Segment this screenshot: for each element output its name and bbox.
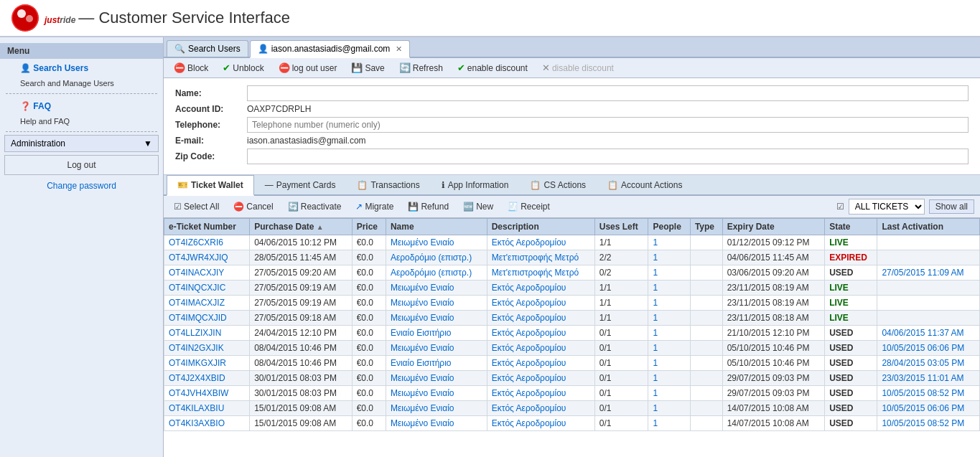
svg-point-2 (26, 15, 33, 22)
cell-description: Εκτός Αεροδρομίου (487, 386, 594, 401)
reactivate-button[interactable]: 🔄 Reactivate (284, 200, 346, 213)
cell-state: USED (825, 356, 877, 371)
cell-expiry-date: 29/07/2015 09:03 PM (722, 371, 825, 386)
cancel-button[interactable]: ⛔ Cancel (229, 200, 277, 213)
cell-price: €0.0 (352, 311, 386, 326)
cancel-icon: ⛔ (233, 202, 244, 212)
select-all-button[interactable]: ☑ Select All (169, 200, 223, 213)
second-toolbar: ☑ Select All ⛔ Cancel 🔄 Reactivate ↗ Mig… (164, 196, 980, 218)
sidebar-item-search-users[interactable]: 👤 Search Users (0, 59, 163, 77)
telephone-label: Telephone: (175, 120, 247, 130)
cell-name: Μειωμένο Ενιαίο (386, 341, 487, 356)
cell-ticket: OT4J2X4XBID (164, 371, 250, 386)
new-button[interactable]: 🆕 New (459, 200, 498, 213)
table-row[interactable]: OT4IMQCXJID 27/05/2015 09:18 AM €0.0 Μει… (164, 311, 980, 326)
cell-expiry-date: 23/11/2015 08:18 AM (722, 311, 825, 326)
cell-name: Μειωμένο Ενιαίο (386, 386, 487, 401)
cell-purchase-date: 28/05/2015 11:45 AM (250, 250, 353, 265)
table-row[interactable]: OT4KI3AXBIO 15/01/2015 09:08 AM €0.0 Μει… (164, 416, 980, 431)
cell-type (690, 235, 722, 250)
cell-price: €0.0 (352, 356, 386, 371)
cell-type (690, 386, 722, 401)
table-row[interactable]: OT4KILAXBIU 15/01/2015 09:08 AM €0.0 Μει… (164, 401, 980, 416)
cell-description: Μετ'επιστροφής Μετρό (487, 265, 594, 281)
sidebar: Menu 👤 Search Users Search and Manage Us… (0, 37, 164, 457)
cell-state: USED (825, 265, 877, 281)
tab-search-users-label: Search Users (188, 44, 241, 54)
save-icon: 💾 (351, 62, 363, 73)
ticket-filter-select[interactable]: ALL TICKETS LIVE USED EXPIRED CANCELLED (849, 199, 925, 215)
col-expiry-date: Expiry Date (722, 219, 825, 235)
save-button[interactable]: 💾 Save (347, 61, 388, 75)
sub-tab-payment-cards[interactable]: — Payment Cards (254, 175, 347, 194)
table-row[interactable]: OT4JWR4XJIQ 28/05/2015 11:45 AM €0.0 Αερ… (164, 250, 980, 265)
sub-tab-ticket-wallet[interactable]: 🎫 Ticket Wallet (167, 175, 254, 196)
transactions-icon: 📋 (357, 180, 368, 190)
table-row[interactable]: OT4JVH4XBIW 30/01/2015 08:03 PM €0.0 Μει… (164, 386, 980, 401)
reactivate-icon: 🔄 (288, 202, 299, 212)
ticket-table-container[interactable]: e-Ticket Number Purchase Date ▲ Price Na… (164, 218, 980, 457)
cell-type (690, 250, 722, 265)
tab-user-email-label: iason.anastasiadis@gmail.com (271, 44, 391, 54)
table-row[interactable]: OT4INQCXJIC 27/05/2015 09:19 AM €0.0 Μει… (164, 281, 980, 296)
cell-ticket: OT4JWR4XJIQ (164, 250, 250, 265)
sidebar-change-password[interactable]: Change password (0, 178, 163, 194)
cell-last-activation: 04/06/2015 11:37 AM (877, 326, 980, 341)
cell-expiry-date: 01/12/2015 09:12 PM (722, 235, 825, 250)
sidebar-logout-button[interactable]: Log out (4, 155, 159, 175)
cell-description: Εκτός Αεροδρομίου (487, 296, 594, 311)
zip-row: Zip Code: (175, 149, 969, 164)
sub-tab-account-actions[interactable]: 📋 Account Actions (597, 175, 693, 194)
cell-ticket: OT4LLZIXJIN (164, 326, 250, 341)
table-row[interactable]: OT4IZ6CXRI6 04/06/2015 10:12 PM €0.0 Μει… (164, 235, 980, 250)
cell-name: Μειωμένο Ενιαίο (386, 296, 487, 311)
user-icon: 👤 (20, 63, 31, 73)
cell-purchase-date: 08/04/2015 10:46 PM (250, 356, 353, 371)
col-purchase-date[interactable]: Purchase Date ▲ (250, 219, 353, 235)
cell-people: 1 (648, 281, 690, 296)
table-row[interactable]: OT4INACXJIY 27/05/2015 09:20 AM €0.0 Αερ… (164, 265, 980, 281)
cell-name: Μειωμένο Ενιαίο (386, 401, 487, 416)
sub-tab-cs-actions[interactable]: 📋 CS Actions (519, 175, 597, 194)
block-button[interactable]: ⛔ Block (169, 61, 213, 75)
cell-ticket: OT4IMQCXJID (164, 311, 250, 326)
table-row[interactable]: OT4IMKGXJIR 08/04/2015 10:46 PM €0.0 Ενι… (164, 356, 980, 371)
telephone-input[interactable] (247, 117, 969, 133)
receipt-icon: 🧾 (508, 202, 518, 212)
migrate-button[interactable]: ↗ Migrate (351, 200, 398, 213)
table-row[interactable]: OT4LLZIXJIN 24/04/2015 12:10 PM €0.0 Ενι… (164, 326, 980, 341)
cell-state: USED (825, 401, 877, 416)
table-row[interactable]: OT4J2X4XBID 30/01/2015 08:03 PM €0.0 Μει… (164, 371, 980, 386)
refresh-icon: 🔄 (399, 62, 411, 73)
tab-search-users[interactable]: 🔍 Search Users (167, 40, 248, 57)
tab-close-icon[interactable]: ✕ (396, 44, 402, 54)
cell-description: Εκτός Αεροδρομίου (487, 235, 594, 250)
disable-discount-icon: ✕ (542, 62, 550, 73)
zip-input[interactable] (247, 149, 969, 164)
tab-user-email[interactable]: 👤 iason.anastasiadis@gmail.com ✕ (250, 40, 411, 58)
disable-discount-button[interactable]: ✕ disable discount (538, 61, 618, 75)
name-input[interactable] (247, 85, 969, 101)
email-value: iason.anastasiadis@gmail.com (247, 136, 969, 146)
cell-description: Μετ'επιστροφής Μετρό (487, 250, 594, 265)
refresh-button[interactable]: 🔄 Refresh (395, 61, 447, 75)
sidebar-item-faq[interactable]: ❓ FAQ (0, 97, 163, 116)
table-row[interactable]: OT4IN2GXJIK 08/04/2015 10:46 PM €0.0 Μει… (164, 341, 980, 356)
cell-last-activation: 28/04/2015 03:05 PM (877, 356, 980, 371)
sub-tab-transactions[interactable]: 📋 Transactions (346, 175, 430, 194)
unblock-button[interactable]: ✔ Unblock (218, 61, 268, 75)
refund-button[interactable]: 💾 Refund (403, 200, 453, 213)
table-row[interactable]: OT4IMACXJIZ 27/05/2015 09:19 AM €0.0 Μει… (164, 296, 980, 311)
sidebar-admin-dropdown[interactable]: Administration ▼ (4, 135, 159, 152)
cell-last-activation: 10/05/2015 08:52 PM (877, 386, 980, 401)
cell-last-activation (877, 250, 980, 265)
cell-price: €0.0 (352, 281, 386, 296)
cell-uses-left: 0/1 (594, 401, 648, 416)
sidebar-search-users-sub: Search and Manage Users (0, 77, 163, 90)
logout-user-button[interactable]: ⛔ log out user (274, 61, 342, 75)
receipt-button[interactable]: 🧾 Receipt (503, 200, 554, 213)
cell-description: Εκτός Αεροδρομίου (487, 311, 594, 326)
show-all-button[interactable]: Show all (929, 199, 974, 214)
sub-tab-app-info[interactable]: ℹ App Information (431, 175, 520, 194)
enable-discount-button[interactable]: ✔ enable discount (453, 61, 532, 75)
